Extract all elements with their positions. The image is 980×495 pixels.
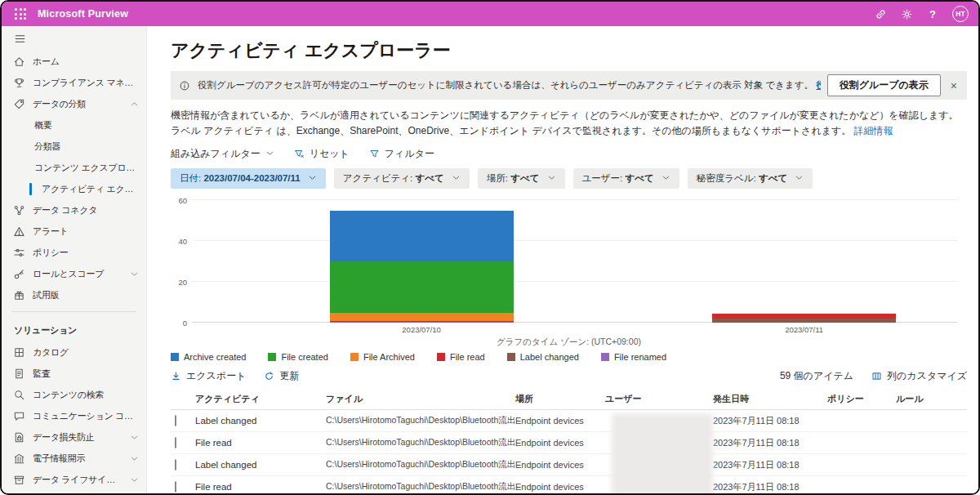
row-checkbox[interactable] bbox=[175, 437, 176, 448]
sidebar-item[interactable]: 監査 bbox=[2, 363, 146, 384]
cell-location: Endpoint devices bbox=[515, 438, 605, 448]
sidebar-item[interactable]: 試用版 bbox=[2, 284, 146, 305]
sidebar-item[interactable]: 分類器 bbox=[2, 136, 146, 157]
sidebar-item[interactable]: カタログ bbox=[2, 341, 146, 363]
filter-pill[interactable]: 場所: すべて bbox=[478, 168, 565, 189]
pill-value: すべて bbox=[625, 173, 653, 183]
sidebar-item[interactable]: コミュニケーション コンプライアンス bbox=[2, 405, 146, 426]
chevron-down-icon bbox=[795, 173, 804, 184]
selected-indicator bbox=[29, 183, 32, 195]
column-header[interactable]: ポリシー bbox=[827, 393, 896, 405]
sidebar-item[interactable]: ポリシー bbox=[2, 242, 146, 263]
column-header[interactable]: ルール bbox=[896, 393, 967, 405]
filter-pill[interactable]: 秘密度ラベル: すべて bbox=[688, 168, 813, 189]
column-header[interactable]: 場所 bbox=[515, 393, 605, 405]
row-checkbox[interactable] bbox=[175, 459, 176, 470]
cell-location: Endpoint devices bbox=[515, 460, 605, 470]
customize-columns-button[interactable]: 列のカスタマイズ bbox=[871, 369, 967, 383]
y-axis-tick-label: 60 bbox=[171, 196, 187, 205]
sidebar-item[interactable]: データ ライフサイクル管理 bbox=[2, 469, 146, 490]
sidebar-item-label: 監査 bbox=[33, 368, 140, 380]
funnel-reset-icon bbox=[294, 149, 305, 159]
sidebar-item[interactable]: ホーム bbox=[2, 51, 146, 72]
help-icon[interactable]: ? bbox=[926, 7, 939, 20]
sidebar-item[interactable]: 情報保護 bbox=[2, 490, 146, 493]
cell-date: 2023年7月11日 08:18 bbox=[713, 415, 827, 427]
catalog-icon bbox=[13, 346, 25, 359]
table-row[interactable]: Label changedC:\Users\HirotomoTaguchi\De… bbox=[171, 454, 967, 476]
table-header-row: アクティビティファイル場所ユーザー発生日時ポリシールール bbox=[171, 389, 967, 410]
table-row[interactable]: File readC:\Users\HirotomoTaguchi\Deskto… bbox=[171, 432, 967, 454]
refresh-button[interactable]: 更新 bbox=[264, 369, 299, 383]
filter-pill[interactable]: ユーザー: すべて bbox=[573, 168, 679, 189]
pill-label: 場所: bbox=[487, 173, 508, 183]
filter-pill[interactable]: アクティビティ: すべて bbox=[334, 168, 470, 189]
reset-button[interactable]: リセット bbox=[294, 147, 350, 161]
sidebar-item-label: コンプライアンス マネージャー bbox=[33, 77, 140, 89]
close-icon[interactable]: × bbox=[947, 80, 960, 91]
sidebar-item[interactable]: 電子情報開示 bbox=[2, 448, 146, 469]
sidebar-item[interactable]: コンテンツ エクスプローラー bbox=[2, 157, 146, 178]
sidebar-item[interactable]: コンプライアンス マネージャー bbox=[2, 72, 146, 93]
refresh-icon bbox=[264, 371, 274, 381]
filter-button[interactable]: フィルター bbox=[369, 147, 434, 161]
table-row[interactable]: File readC:\Users\HirotomoTaguchi\Deskto… bbox=[171, 476, 967, 493]
sidebar-item-label: データの分類 bbox=[33, 98, 122, 110]
chart-timezone-note: グラフのタイム ゾーン: (UTC+09:00) bbox=[171, 337, 967, 348]
audit-icon bbox=[13, 368, 25, 380]
table-row[interactable]: Label changedC:\Users\HirotomoTaguchi\De… bbox=[171, 410, 967, 432]
chevron-down-icon bbox=[308, 173, 317, 184]
bar-segment bbox=[330, 211, 514, 262]
roles-scopes-icon bbox=[13, 268, 25, 280]
column-header[interactable]: ファイル bbox=[326, 393, 515, 405]
sidebar-item[interactable]: アクティビティ エクスプローラー bbox=[2, 178, 146, 199]
row-checkbox[interactable] bbox=[175, 481, 176, 493]
sidebar-item[interactable]: ロールとスコープ bbox=[2, 263, 146, 284]
gridline bbox=[192, 199, 957, 200]
sidebar-item-label: データ損失防止 bbox=[33, 431, 122, 444]
settings-gear-icon[interactable] bbox=[900, 7, 913, 20]
export-button[interactable]: エクスポート bbox=[171, 369, 246, 383]
dlp-icon bbox=[13, 431, 25, 444]
role-group-permissions-link[interactable]: 役割グループ権限の詳細情報。 bbox=[816, 80, 821, 90]
link-icon[interactable] bbox=[874, 7, 887, 20]
page-description: 機密情報が含まれているか、ラベルが適用されているコンテンツに関連するアクティビテ… bbox=[171, 108, 965, 138]
sidebar-item-label: アラート bbox=[33, 225, 140, 238]
sidebar-item[interactable]: コンテンツの検索 bbox=[2, 384, 146, 405]
legend-swatch bbox=[601, 353, 609, 361]
column-header[interactable]: アクティビティ bbox=[195, 393, 326, 405]
lifecycle-icon bbox=[13, 474, 25, 486]
app-title: Microsoft Purview bbox=[38, 8, 128, 20]
cell-file: C:\Users\HirotomoTaguchi\Desktop\Bluetoo… bbox=[326, 437, 515, 448]
chart-legend: Archive createdFile createdFile Archived… bbox=[171, 352, 967, 362]
sidebar-item[interactable]: アラート bbox=[2, 221, 146, 242]
sidebar-item[interactable]: データの分類 bbox=[2, 93, 146, 114]
cell-date: 2023年7月11日 08:18 bbox=[713, 459, 827, 471]
avatar[interactable]: HT bbox=[952, 6, 969, 22]
legend-label: File created bbox=[281, 352, 327, 362]
cell-activity: Label changed bbox=[195, 416, 326, 426]
waffle-menu-icon[interactable] bbox=[15, 8, 26, 20]
bar-segment bbox=[330, 261, 514, 313]
sidebar-item-label: コミュニケーション コンプライアンス bbox=[33, 410, 140, 422]
chevron-down-icon bbox=[130, 433, 140, 442]
column-header[interactable]: ユーザー bbox=[605, 393, 713, 405]
cell-activity: File read bbox=[195, 482, 326, 492]
row-checkbox[interactable] bbox=[175, 415, 176, 426]
column-header[interactable]: 発生日時 bbox=[713, 393, 827, 405]
pill-label: アクティビティ: bbox=[343, 173, 413, 183]
chevron-down-icon bbox=[662, 173, 670, 184]
compliance-manager-icon bbox=[13, 77, 25, 89]
sidebar-item[interactable]: データ損失防止 bbox=[2, 426, 146, 448]
main-content: アクティビティ エクスプローラー 役割グループのアクセス許可が特定のユーザーのセ… bbox=[148, 26, 978, 493]
hamburger-menu-icon[interactable] bbox=[2, 26, 146, 51]
sidebar-item[interactable]: 概要 bbox=[2, 114, 146, 136]
sidebar-item-label: ロールとスコープ bbox=[33, 268, 122, 280]
sidebar-item[interactable]: データ コネクタ bbox=[2, 199, 146, 221]
download-icon bbox=[171, 371, 181, 381]
chevron-down-icon bbox=[130, 475, 140, 484]
builtin-filters-dropdown[interactable]: 組み込みフィルター bbox=[171, 147, 274, 161]
show-role-groups-button[interactable]: 役割グループの表示 bbox=[827, 74, 941, 96]
filter-pill[interactable]: 日付: 2023/07/04-2023/07/11 bbox=[171, 168, 326, 189]
learn-more-link[interactable]: 詳細情報 bbox=[854, 125, 893, 136]
